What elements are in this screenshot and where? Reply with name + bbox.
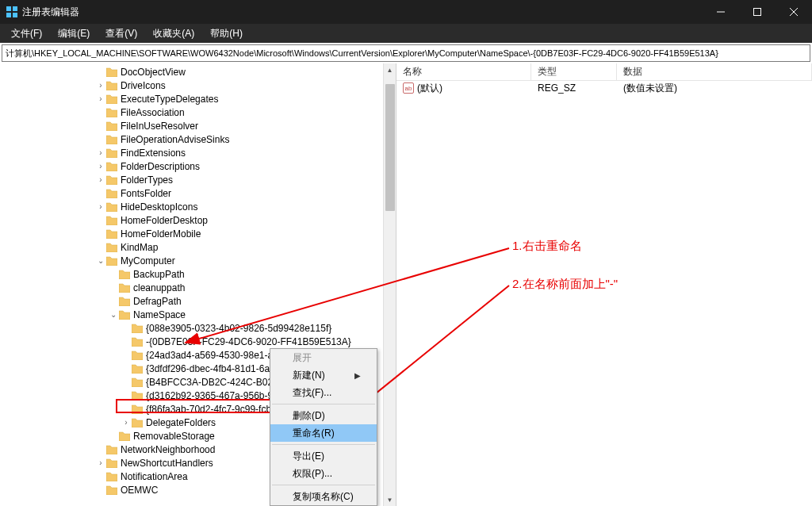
tree-node-label: FileInUseResolver <box>121 121 198 132</box>
tree-expander-icon[interactable]: › <box>95 81 106 90</box>
tree-expander-icon[interactable]: ⌄ <box>108 310 119 319</box>
svg-rect-2 <box>6 13 11 17</box>
ctx-copy-key-name[interactable]: 复制项名称(C) <box>270 488 377 505</box>
tree-node[interactable]: ›HideDesktopIcons <box>0 200 396 213</box>
tree-node[interactable]: FileOperationAdviseSinks <box>0 132 396 146</box>
tree-expander-icon[interactable]: › <box>95 458 106 467</box>
tree-node[interactable]: ›DriveIcons <box>0 79 396 92</box>
tree-node[interactable]: cleanuppath <box>0 281 396 294</box>
tree-node-label: FontsFolder <box>121 188 171 199</box>
scroll-thumb[interactable] <box>385 84 395 211</box>
ctx-separator <box>272 404 375 404</box>
context-menu: 展开 新建(N)▶ 查找(F)... 删除(D) 重命名(R) 导出(E) 权限… <box>270 348 377 506</box>
value-data: (数值未设置) <box>617 82 812 95</box>
tree-node-label: HideDesktopIcons <box>121 201 197 213</box>
tree-node-label: FolderTypes <box>121 174 173 186</box>
tree-expander-icon[interactable]: › <box>95 175 106 184</box>
menu-edit[interactable]: 编辑(E) <box>52 25 96 42</box>
close-button[interactable] <box>776 0 812 24</box>
tree-node[interactable]: HomeFolderDesktop <box>0 213 396 227</box>
value-list-pane: 名称 类型 数据 ab (默认) REG_SZ (数值未设置) <box>396 63 812 506</box>
scroll-track[interactable] <box>384 76 396 493</box>
tree-node-label: NetworkNeighborhood <box>121 444 215 455</box>
maximize-button[interactable] <box>739 0 776 24</box>
content-area: DocObjectView›DriveIcons›ExecuteTypeDele… <box>0 63 812 506</box>
tree-node-label: KindMap <box>121 242 158 253</box>
menu-favorites[interactable]: 收藏夹(A) <box>147 25 201 42</box>
tree-node-label: NewShortcutHandlers <box>121 458 213 469</box>
tree-node-label: FileAssociation <box>121 107 185 118</box>
tree-node-label: FileOperationAdviseSinks <box>121 134 229 145</box>
tree-node-label: ExecuteTypeDelegates <box>121 94 218 105</box>
tree-node-label: -{0DB7E03F-FC29-4DC6-9020-FF41B59E513A} <box>146 336 351 347</box>
ctx-permissions[interactable]: 权限(P)... <box>270 465 377 482</box>
tree-expander-icon[interactable]: › <box>95 202 106 211</box>
tree-node-label: HomeFolderDesktop <box>121 215 208 226</box>
menu-file[interactable]: 文件(F) <box>5 25 48 42</box>
tree-expander-icon[interactable]: › <box>95 162 106 171</box>
menu-view[interactable]: 查看(V) <box>99 25 144 42</box>
tree-node[interactable]: DefragPath <box>0 294 396 308</box>
tree-expander-icon[interactable]: › <box>95 94 106 103</box>
titlebar: 注册表编辑器 <box>0 0 812 24</box>
tree-expander-icon[interactable]: ⌄ <box>95 256 106 265</box>
tree-expander-icon[interactable]: › <box>95 148 106 157</box>
tree-node[interactable]: FontsFolder <box>0 186 396 200</box>
tree-node-label: FolderDescriptions <box>121 161 200 172</box>
tree-node[interactable]: ⌄MyComputer <box>0 254 396 267</box>
tree-node-label: DelegateFolders <box>146 417 216 428</box>
tree-node-label: {3dfdf296-dbec-4fb4-81d1-6a <box>146 363 270 374</box>
col-header-data[interactable]: 数据 <box>617 63 812 80</box>
window-title: 注册表编辑器 <box>22 6 79 19</box>
tree-node-label: FindExtensions <box>121 148 186 159</box>
tree-node-label: OEMWC <box>121 485 158 496</box>
col-header-type[interactable]: 类型 <box>531 63 617 80</box>
ctx-find[interactable]: 查找(F)... <box>270 384 377 401</box>
tree-node-label: NotificationArea <box>121 471 188 482</box>
tree-node-label: HomeFolderMobile <box>121 228 201 240</box>
svg-rect-5 <box>754 9 761 16</box>
value-name-cell: ab (默认) <box>396 82 531 95</box>
minimize-button[interactable] <box>703 0 739 24</box>
tree-node[interactable]: HomeFolderMobile <box>0 227 396 240</box>
value-name: (默认) <box>417 82 442 95</box>
tree-node[interactable]: ›FolderDescriptions <box>0 159 396 173</box>
tree-node[interactable]: ›FindExtensions <box>0 146 396 159</box>
ctx-rename[interactable]: 重命名(R) <box>270 424 377 442</box>
tree-node[interactable]: -{0DB7E03F-FC29-4DC6-9020-FF41B59E513A} <box>0 335 396 348</box>
tree-node[interactable]: ›FolderTypes <box>0 173 396 186</box>
string-value-icon: ab <box>403 82 414 94</box>
scroll-down-button[interactable]: ▼ <box>384 493 396 506</box>
tree-node-label: cleanuppath <box>133 282 185 293</box>
window-controls <box>703 0 812 24</box>
address-bar[interactable]: 计算机\HKEY_LOCAL_MACHINE\SOFTWARE\WOW6432N… <box>2 44 810 62</box>
svg-rect-3 <box>13 13 17 17</box>
tree-node[interactable]: {088e3905-0323-4b02-9826-5d99428e115f} <box>0 321 396 335</box>
ctx-delete[interactable]: 删除(D) <box>270 407 377 424</box>
list-row[interactable]: ab (默认) REG_SZ (数值未设置) <box>396 81 812 95</box>
tree-node-label: {088e3905-0323-4b02-9826-5d99428e115f} <box>146 323 331 334</box>
menu-help[interactable]: 帮助(H) <box>204 25 249 42</box>
tree-node[interactable]: FileAssociation <box>0 105 396 119</box>
tree-node[interactable]: ›ExecuteTypeDelegates <box>0 92 396 105</box>
tree-node-label: DocObjectView <box>121 67 186 78</box>
tree-expander-icon[interactable]: › <box>121 418 132 427</box>
tree-node[interactable]: KindMap <box>0 240 396 254</box>
tree-scrollbar[interactable]: ▲ ▼ <box>383 63 396 506</box>
scroll-up-button[interactable]: ▲ <box>384 63 396 76</box>
list-header: 名称 类型 数据 <box>396 63 812 81</box>
menubar: 文件(F) 编辑(E) 查看(V) 收藏夹(A) 帮助(H) <box>0 24 812 43</box>
ctx-new[interactable]: 新建(N)▶ <box>270 366 377 384</box>
tree-node[interactable]: DocObjectView <box>0 65 396 79</box>
tree-node[interactable]: FileInUseResolver <box>0 119 396 132</box>
tree-node[interactable]: BackupPath <box>0 267 396 281</box>
ctx-export[interactable]: 导出(E) <box>270 447 377 465</box>
submenu-arrow-icon: ▶ <box>354 371 361 380</box>
tree-node[interactable]: ⌄NameSpace <box>0 308 396 321</box>
tree-node-label: {d3162b92-9365-467a-956b-9 <box>146 390 273 401</box>
value-type: REG_SZ <box>531 82 617 94</box>
app-icon <box>6 6 17 17</box>
ctx-expand[interactable]: 展开 <box>270 349 377 366</box>
col-header-name[interactable]: 名称 <box>396 63 531 80</box>
tree-node-label: BackupPath <box>133 269 185 280</box>
